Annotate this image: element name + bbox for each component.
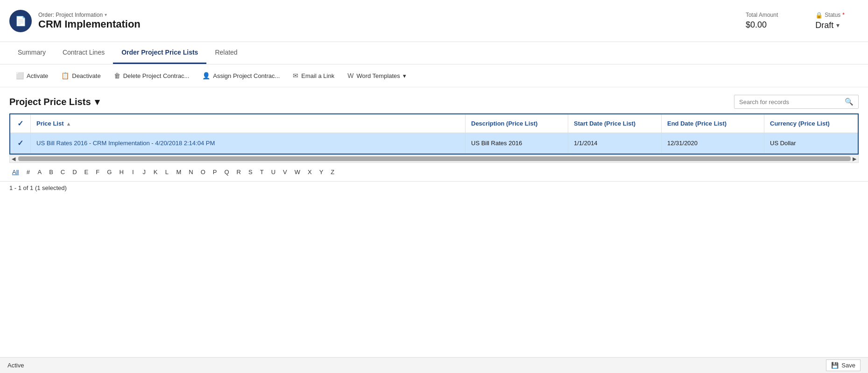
section-header: Project Price Lists ▾ 🔍 (0, 87, 868, 113)
alpha-T[interactable]: T (257, 167, 267, 177)
cell-price-list[interactable]: US Bill Rates 2016 - CRM Implementation … (31, 133, 466, 153)
alpha-C[interactable]: C (58, 167, 68, 177)
header-meta: Total Amount $0.00 🔒 Status * Draft ▾ (746, 12, 859, 30)
grid-header: ✓ Price List ▲ Description (Price List) … (10, 114, 858, 133)
status-value: Draft (815, 21, 833, 30)
word-templates-button[interactable]: W Word Templates ▾ (341, 68, 413, 83)
alpha-J[interactable]: J (140, 167, 149, 177)
alpha-U[interactable]: U (268, 167, 278, 177)
breadcrumb-chevron[interactable]: ▾ (105, 12, 107, 17)
total-amount-value: $0.00 (746, 20, 778, 30)
lock-icon: 🔒 (815, 12, 823, 19)
search-icon[interactable]: 🔍 (845, 98, 854, 106)
alpha-X[interactable]: X (305, 167, 315, 177)
scrollbar-thumb[interactable] (18, 156, 851, 161)
page-header: 📄 Order: Project Information ▾ CRM Imple… (0, 0, 868, 42)
assign-button[interactable]: 👤 Assign Project Contrac... (196, 68, 286, 83)
status-label: Status (825, 12, 840, 18)
delete-icon: 🗑 (114, 72, 120, 79)
cell-description: US Bill Rates 2016 (466, 133, 568, 153)
alpha-S[interactable]: S (246, 167, 255, 177)
col-currency[interactable]: Currency (Price List) (764, 114, 858, 133)
check-all-icon: ✓ (17, 119, 23, 128)
tab-order-project-price-lists[interactable]: Order Project Price Lists (113, 42, 206, 64)
tab-bar: Summary Contract Lines Order Project Pri… (0, 42, 868, 64)
alpha-Z[interactable]: Z (328, 167, 337, 177)
activate-icon: ⬜ (16, 72, 24, 79)
col-start-date[interactable]: Start Date (Price List) (568, 114, 662, 133)
alpha-M[interactable]: M (173, 167, 184, 177)
status-chevron[interactable]: ▾ (836, 21, 840, 29)
title-block: Order: Project Information ▾ CRM Impleme… (38, 12, 746, 30)
required-indicator: * (842, 12, 845, 18)
alpha-Q[interactable]: Q (221, 167, 232, 177)
alpha-O[interactable]: O (198, 167, 208, 177)
page-title: CRM Implementation (38, 18, 746, 30)
tab-contract-lines[interactable]: Contract Lines (54, 42, 113, 64)
cell-currency: US Dollar (764, 133, 858, 153)
word-templates-chevron: ▾ (403, 72, 406, 79)
assign-icon: 👤 (202, 72, 210, 79)
alpha-B[interactable]: B (46, 167, 56, 177)
select-all-header[interactable]: ✓ (10, 114, 31, 133)
horizontal-scrollbar[interactable]: ◀ ▶ (9, 155, 859, 163)
table-row[interactable]: ✓ US Bill Rates 2016 - CRM Implementatio… (10, 133, 858, 154)
alpha-all[interactable]: All (9, 167, 21, 177)
row-check-icon: ✓ (17, 139, 23, 148)
alpha-P[interactable]: P (210, 167, 220, 177)
tab-summary[interactable]: Summary (9, 42, 54, 64)
section-title: Project Price Lists ▾ (9, 96, 99, 107)
alpha-A[interactable]: A (35, 167, 44, 177)
section-chevron[interactable]: ▾ (95, 96, 99, 107)
activate-button[interactable]: ⬜ Activate (9, 68, 55, 83)
delete-button[interactable]: 🗑 Delete Project Contrac... (107, 68, 196, 83)
alpha-L[interactable]: L (162, 167, 171, 177)
alpha-H[interactable]: H (116, 167, 126, 177)
record-count: 1 - 1 of 1 (1 selected) (0, 182, 868, 194)
deactivate-button[interactable]: 📋 Deactivate (55, 68, 107, 83)
cell-end-date: 12/31/2020 (662, 133, 764, 153)
app-icon: 📄 (9, 10, 32, 32)
alpha-Y[interactable]: Y (317, 167, 326, 177)
scroll-right-arrow[interactable]: ▶ (851, 156, 858, 162)
email-icon: ✉ (293, 72, 298, 79)
document-icon: 📄 (15, 15, 27, 27)
row-checkbox[interactable]: ✓ (10, 133, 31, 153)
total-amount-block: Total Amount $0.00 (746, 12, 778, 30)
breadcrumb: Order: Project Information ▾ (38, 12, 746, 18)
toolbar: ⬜ Activate 📋 Deactivate 🗑 Delete Project… (0, 64, 868, 87)
alpha-N[interactable]: N (186, 167, 196, 177)
alpha-filter: All # A B C D E F G H I J K L M N O P Q … (0, 163, 868, 182)
breadcrumb-text: Order: Project Information (38, 12, 103, 18)
col-description[interactable]: Description (Price List) (466, 114, 568, 133)
alpha-F[interactable]: F (93, 167, 102, 177)
alpha-K[interactable]: K (151, 167, 161, 177)
col-price-list[interactable]: Price List ▲ (31, 114, 466, 133)
email-link-button[interactable]: ✉ Email a Link (286, 68, 341, 83)
alpha-G[interactable]: G (104, 167, 114, 177)
alpha-hash[interactable]: # (23, 167, 33, 177)
data-grid: ✓ Price List ▲ Description (Price List) … (9, 113, 859, 155)
alpha-V[interactable]: V (280, 167, 290, 177)
total-amount-label: Total Amount (746, 12, 778, 18)
cell-start-date: 1/1/2014 (568, 133, 662, 153)
deactivate-icon: 📋 (61, 72, 69, 79)
scroll-left-arrow[interactable]: ◀ (10, 156, 17, 162)
alpha-R[interactable]: R (234, 167, 244, 177)
tab-related[interactable]: Related (206, 42, 246, 64)
status-block: 🔒 Status * Draft ▾ (815, 12, 845, 30)
alpha-I[interactable]: I (128, 167, 138, 177)
col-end-date[interactable]: End Date (Price List) (662, 114, 764, 133)
alpha-W[interactable]: W (292, 167, 303, 177)
alpha-E[interactable]: E (82, 167, 92, 177)
search-box[interactable]: 🔍 (734, 95, 859, 109)
alpha-D[interactable]: D (70, 167, 79, 177)
word-icon: W (347, 72, 353, 79)
search-input[interactable] (739, 99, 842, 106)
sort-icon: ▲ (66, 121, 71, 127)
